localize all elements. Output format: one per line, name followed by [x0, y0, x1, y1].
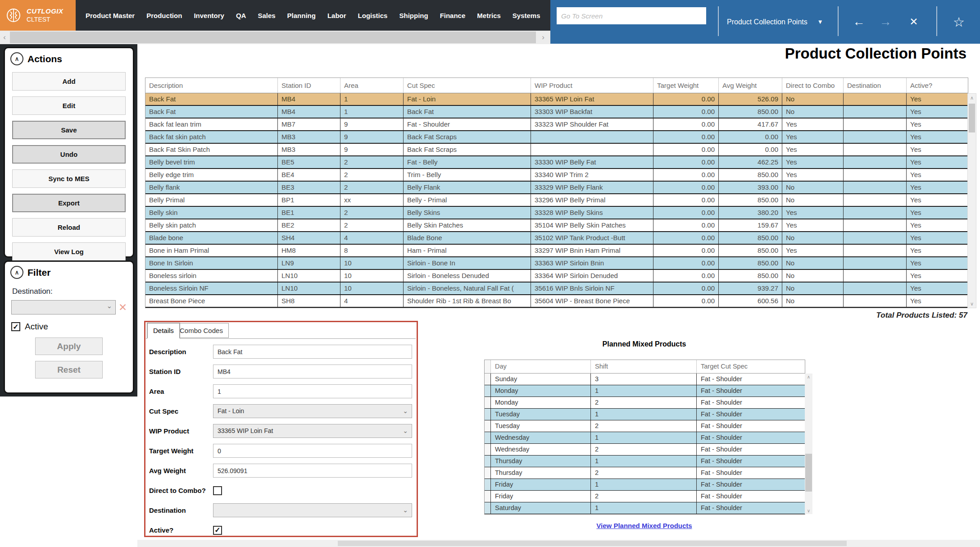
column-header-day[interactable]: Day [491, 360, 591, 373]
save-button[interactable]: Save [12, 121, 126, 139]
menu-item-shipping[interactable]: Shipping [399, 12, 428, 19]
destination-select[interactable]: ⌄ [213, 503, 412, 517]
description-field[interactable] [213, 345, 412, 359]
table-row[interactable]: Back FatMB41Fat - Loin33365 WIP Loin Fat… [145, 93, 968, 106]
column-header-target-cut-spec[interactable]: Target Cut Spec [697, 360, 805, 373]
column-header-target-weight[interactable]: Target Weight [653, 78, 719, 93]
scroll-right-arrow-icon[interactable]: › [539, 31, 548, 44]
menu-item-metrics[interactable]: Metrics [477, 12, 501, 19]
table-row[interactable]: Belly PrimalBP1xxBelly - Primal33296 WIP… [145, 194, 968, 207]
table-row[interactable]: Belly skinBE12Belly Skins33328 WIP Belly… [145, 207, 968, 219]
table-row[interactable]: Bone in Ham PrimalHM88Ham - Primal33297 … [145, 245, 968, 257]
planned-table-row[interactable]: Monday1Fat - Shoulder [485, 385, 805, 397]
planned-table-row[interactable]: Thursday2Fat - Shoulder [485, 467, 805, 479]
avg-weight-field[interactable] [213, 464, 412, 478]
bottom-horizontal-scrollbar[interactable] [137, 540, 980, 547]
edit-button[interactable]: Edit [12, 96, 126, 115]
menu-item-finance[interactable]: Finance [440, 12, 466, 19]
column-header-description[interactable]: Description [145, 78, 278, 93]
scrollbar-thumb[interactable] [338, 541, 847, 546]
apply-button[interactable]: Apply [35, 337, 103, 355]
menu-item-labor[interactable]: Labor [327, 12, 346, 19]
scrollbar-thumb[interactable] [969, 104, 975, 132]
clear-filter-icon[interactable]: ✕ [118, 301, 127, 314]
sync-to-mes-button[interactable]: Sync to MES [12, 169, 126, 188]
scroll-up-arrow-icon[interactable]: ∧ [968, 95, 976, 101]
favorite-star-icon[interactable]: ☆ [949, 0, 969, 44]
undo-button[interactable]: Undo [12, 145, 126, 164]
active-filter-checkbox[interactable]: ✓ [11, 322, 20, 331]
menu-item-systems[interactable]: Systems [513, 12, 540, 19]
scroll-up-arrow-icon[interactable]: ∧ [805, 374, 812, 380]
view-log-button[interactable]: View Log [12, 242, 126, 261]
column-header-area[interactable]: Area [340, 78, 404, 93]
add-button[interactable]: Add [12, 72, 126, 91]
forward-button[interactable]: → [876, 0, 895, 44]
table-row[interactable]: Blade boneSH44Blade Bone35102 WIP Tank P… [145, 232, 968, 245]
screen-selector-dropdown[interactable]: Product Collection Points ▼ [727, 0, 823, 44]
column-header-cut-spec[interactable]: Cut Spec [404, 78, 531, 93]
table-row[interactable]: Boneless Sirloin NFLN1010Sirloin - Bonel… [145, 283, 968, 295]
column-header-station-id[interactable]: Station ID [278, 78, 340, 93]
collapse-filter-icon[interactable]: ∧ [10, 266, 23, 279]
cut-spec-select[interactable]: Fat - Loin⌄ [213, 404, 412, 418]
target-weight-field[interactable] [213, 444, 412, 458]
planned-table-row[interactable]: Wednesday1Fat - Shoulder [485, 432, 805, 444]
menu-item-logistics[interactable]: Logistics [358, 12, 388, 19]
planned-table-row[interactable]: Tuesday2Fat - Shoulder [485, 420, 805, 432]
table-row[interactable]: Bone In SirloinLN910Sirloin - Bone In333… [145, 257, 968, 270]
wip-product-select[interactable]: 33365 WIP Loin Fat⌄ [213, 424, 412, 438]
menu-item-production[interactable]: Production [146, 12, 182, 19]
column-header-direct-to-combo[interactable]: Direct to Combo [782, 78, 844, 93]
column-header-wip-product[interactable]: WIP Product [531, 78, 653, 93]
planned-table-scrollbar[interactable]: ∧ ∨ [805, 374, 812, 514]
planned-table-row[interactable]: Wednesday2Fat - Shoulder [485, 444, 805, 456]
menu-item-sales[interactable]: Sales [258, 12, 275, 19]
tab-combo-codes[interactable]: Combo Codes [174, 323, 229, 338]
destination-filter-select[interactable]: ⌄ [11, 300, 116, 315]
menu-item-qa[interactable]: QA [236, 12, 246, 19]
back-button[interactable]: ← [849, 0, 869, 44]
top-horizontal-scrollbar[interactable]: ‹ › [0, 31, 550, 44]
planned-table-row[interactable]: Friday2Fat - Shoulder [485, 491, 805, 502]
area-field[interactable] [213, 384, 412, 398]
tab-details[interactable]: Details [147, 323, 180, 339]
table-row[interactable]: Back FatMB41Back Fat33303 WIP Backfat0.0… [145, 106, 968, 119]
reset-button[interactable]: Reset [35, 361, 103, 378]
table-row[interactable]: Belly skin patchBE22Belly Skin Patches35… [145, 219, 968, 232]
column-header-avg-weight[interactable]: Avg Weight [719, 78, 782, 93]
scroll-left-arrow-icon[interactable]: ‹ [0, 31, 9, 44]
scroll-down-arrow-icon[interactable]: ∨ [968, 301, 976, 307]
scrollbar-thumb[interactable] [10, 32, 536, 43]
reload-button[interactable]: Reload [12, 218, 126, 237]
collapse-actions-icon[interactable]: ∧ [10, 52, 23, 65]
planned-table-row[interactable]: Tuesday1Fat - Shoulder [485, 409, 805, 420]
menu-item-inventory[interactable]: Inventory [194, 12, 224, 19]
menu-item-product-master[interactable]: Product Master [86, 12, 135, 19]
menu-item-planning[interactable]: Planning [287, 12, 316, 19]
station-id-field[interactable] [213, 365, 412, 378]
scroll-down-arrow-icon[interactable]: ∨ [805, 508, 812, 514]
table-row[interactable]: Belly bevel trimBE52Fat - Belly33330 WIP… [145, 156, 968, 169]
planned-table-row[interactable]: Thursday1Fat - Shoulder [485, 456, 805, 467]
table-row[interactable]: Boneless sirloinLN1010Sirloin - Boneless… [145, 270, 968, 283]
table-row[interactable]: Back fat skin patchMB39Back Fat Scraps0.… [145, 131, 968, 144]
column-header-active[interactable]: Active? [907, 78, 968, 93]
column-header-shift[interactable]: Shift [591, 360, 697, 373]
go-to-screen-input[interactable] [557, 7, 706, 24]
table-row[interactable]: Belly flankBE32Belly Flank33329 WIP Bell… [145, 182, 968, 194]
table-row[interactable]: Back fat lean trimMB79Fat - Shoulder3332… [145, 119, 968, 131]
table-row[interactable]: Breast Bone PieceSH84Shoulder Rib - 1st … [145, 295, 968, 308]
column-header-destination[interactable]: Destination [844, 78, 907, 93]
table-row[interactable]: Back Fat Skin PatchMB39Back Fat Scraps0.… [145, 144, 968, 156]
planned-table-row[interactable]: Sunday3Fat - Shoulder [485, 374, 805, 385]
grid-vertical-scrollbar[interactable]: ∧ ∨ [967, 93, 976, 308]
planned-table-row[interactable]: Friday1Fat - Shoulder [485, 479, 805, 491]
direct-to-combo-checkbox[interactable] [213, 486, 222, 495]
view-planned-mixed-products-link[interactable]: View Planned Mixed Products [484, 522, 804, 529]
table-row[interactable]: Belly edge trimBE42Trim - Belly33340 WIP… [145, 169, 968, 182]
active-checkbox[interactable]: ✓ [213, 526, 222, 535]
scrollbar-thumb[interactable] [805, 454, 812, 492]
planned-table-row[interactable]: Saturday1Fat - Shoulder [485, 502, 805, 514]
close-screen-button[interactable]: ✕ [904, 0, 924, 44]
